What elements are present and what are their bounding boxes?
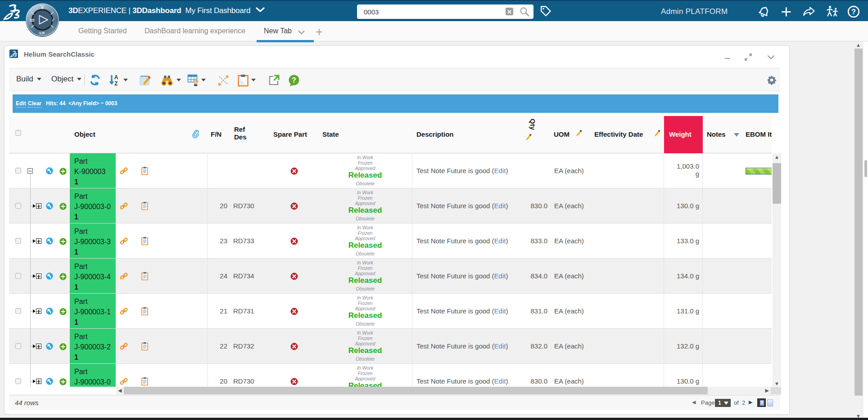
svg-text:V,R: V,R (39, 31, 45, 35)
svg-text:3D: 3D (30, 18, 35, 22)
